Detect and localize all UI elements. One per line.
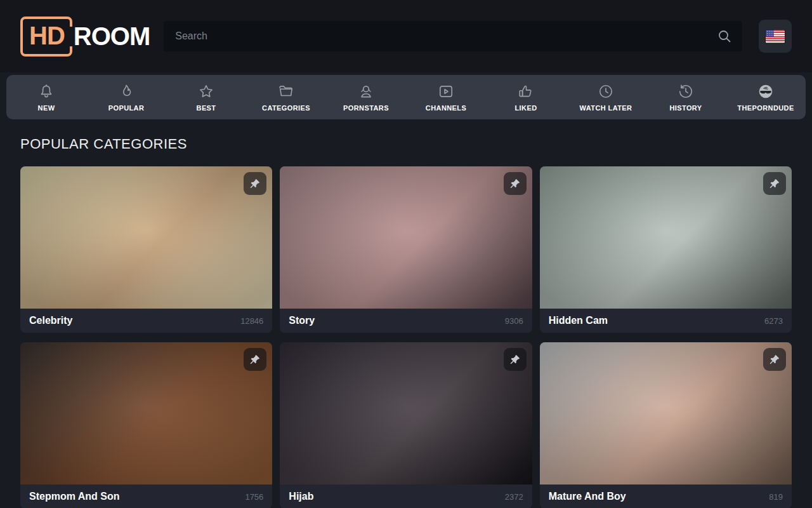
- play-icon: [438, 83, 454, 100]
- logo-text-room: ROOM: [74, 22, 150, 51]
- category-card[interactable]: Story 9306: [280, 166, 532, 333]
- nav-item-best[interactable]: BEST: [166, 75, 246, 119]
- category-count: 2372: [505, 492, 523, 502]
- pin-button[interactable]: [763, 348, 786, 371]
- nav-label-channels: CHANNELS: [426, 104, 466, 112]
- pin-button[interactable]: [244, 172, 266, 195]
- bell-icon: [38, 83, 55, 100]
- folder-icon: [278, 83, 294, 100]
- category-card[interactable]: Mature And Boy 819: [540, 342, 792, 508]
- pushpin-icon: [509, 354, 521, 365]
- category-thumbnail[interactable]: [20, 166, 272, 309]
- nav-item-watch-later[interactable]: WATCH LATER: [566, 75, 646, 119]
- pin-button[interactable]: [763, 172, 786, 195]
- nav-item-pornstars[interactable]: PORNSTARS: [326, 75, 406, 119]
- category-card[interactable]: Stepmom And Son 1756: [20, 342, 272, 508]
- pushpin-icon: [769, 354, 780, 365]
- pushpin-icon: [509, 178, 521, 189]
- nav-label-pornstars: PORNSTARS: [343, 104, 389, 112]
- nav-label-history: HISTORY: [669, 104, 702, 112]
- category-card[interactable]: Celebrity 12846: [20, 166, 272, 333]
- logo-frame: HD: [20, 17, 72, 57]
- nav-label-popular: POPULAR: [108, 104, 145, 112]
- search-bar: [164, 21, 742, 51]
- category-title: Stepmom And Son: [29, 491, 120, 502]
- pushpin-icon: [249, 354, 261, 365]
- nav-label-liked: LIKED: [515, 104, 537, 112]
- flame-icon: [118, 83, 134, 100]
- star-icon: [198, 83, 214, 100]
- category-count: 1756: [245, 492, 263, 502]
- nav-label-categories: CATEGORIES: [262, 104, 310, 112]
- section-title: POPULAR CATEGORIES: [20, 136, 792, 152]
- person-icon: [358, 83, 374, 100]
- category-title: Story: [289, 315, 315, 326]
- category-thumbnail[interactable]: [280, 166, 532, 309]
- nav-item-popular[interactable]: POPULAR: [86, 75, 166, 119]
- theporndude-icon: [757, 83, 774, 100]
- category-count: 12846: [240, 316, 263, 326]
- category-count: 6273: [764, 316, 783, 326]
- logo-frame-gap: [67, 27, 74, 46]
- nav-label-theporndude: THEPORNDUDE: [737, 104, 794, 112]
- language-button[interactable]: [759, 20, 792, 53]
- history-icon: [678, 83, 694, 100]
- logo-text-hd: HD: [29, 22, 65, 50]
- category-card[interactable]: Hijab 2372: [280, 342, 532, 508]
- search-input[interactable]: [164, 21, 742, 51]
- category-thumbnail[interactable]: [540, 342, 792, 485]
- category-title: Hidden Cam: [549, 315, 608, 326]
- nav-item-channels[interactable]: CHANNELS: [406, 75, 486, 119]
- pin-button[interactable]: [504, 172, 527, 195]
- category-count: 819: [769, 492, 783, 502]
- pin-button[interactable]: [244, 348, 266, 371]
- category-grid: Celebrity 12846 Story 9306 Hidden Ca: [20, 166, 792, 508]
- nav-item-liked[interactable]: LIKED: [486, 75, 566, 119]
- category-title: Celebrity: [29, 315, 72, 326]
- us-flag-icon: [766, 30, 785, 43]
- pushpin-icon: [249, 178, 261, 189]
- header: HD ROOM: [0, 0, 812, 72]
- category-thumbnail[interactable]: [540, 166, 792, 309]
- category-thumbnail[interactable]: [20, 342, 272, 485]
- pin-button[interactable]: [504, 348, 527, 371]
- nav-item-categories[interactable]: CATEGORIES: [246, 75, 326, 119]
- nav-item-history[interactable]: HISTORY: [646, 75, 726, 119]
- category-count: 9306: [505, 316, 523, 326]
- main-content: POPULAR CATEGORIES Celebrity 12846 Story…: [0, 136, 812, 508]
- category-card[interactable]: Hidden Cam 6273: [540, 166, 792, 333]
- main-navbar: NEW POPULAR BEST CATEGORIES PORNSTARS CH…: [6, 75, 806, 119]
- pushpin-icon: [769, 178, 780, 189]
- category-title: Hijab: [289, 491, 313, 502]
- category-thumbnail[interactable]: [280, 342, 532, 485]
- thumbs-up-icon: [518, 83, 534, 100]
- nav-label-best: BEST: [197, 104, 216, 112]
- nav-label-watch-later: WATCH LATER: [580, 104, 632, 112]
- category-title: Mature And Boy: [549, 491, 626, 502]
- nav-item-new[interactable]: NEW: [6, 75, 86, 119]
- site-logo[interactable]: HD ROOM: [20, 17, 150, 57]
- nav-label-new: NEW: [38, 104, 55, 112]
- nav-item-theporndude[interactable]: THEPORNDUDE: [726, 75, 806, 119]
- search-icon[interactable]: [717, 29, 732, 44]
- clock-icon: [598, 83, 614, 100]
